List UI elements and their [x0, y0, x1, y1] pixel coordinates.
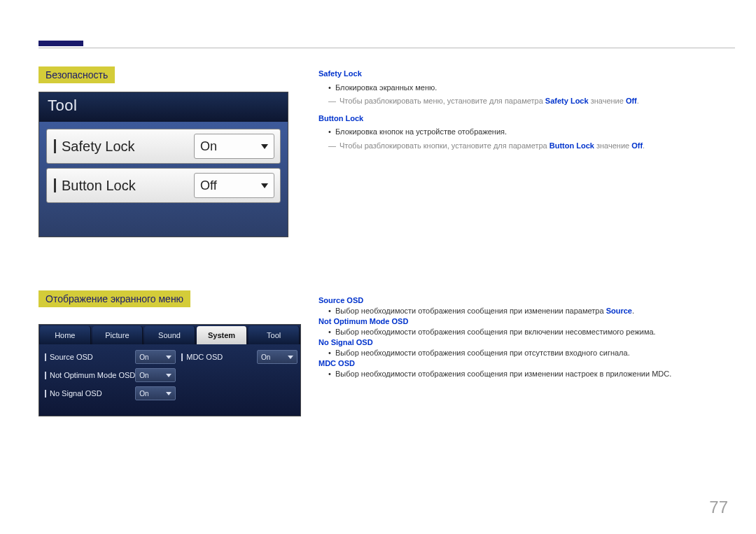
- emphasis: Safety Lock: [545, 97, 589, 105]
- chevron-down-icon: [166, 356, 172, 359]
- chevron-down-icon: [288, 356, 293, 359]
- bullet-text: Выбор необходимости отображения сообщени…: [318, 349, 735, 357]
- tool-row-safety-lock[interactable]: Safety Lock On: [46, 129, 281, 164]
- osd-tabs: Home Picture Sound System Tool: [39, 325, 300, 344]
- note-text: Чтобы разблокировать кнопки, установите …: [318, 140, 735, 152]
- chevron-down-icon: [166, 374, 172, 377]
- tab-home[interactable]: Home: [40, 326, 91, 344]
- section-osd-left: Отображение экранного меню Home Picture …: [38, 290, 301, 416]
- osd-value: On: [139, 372, 148, 379]
- section-security-desc: Safety Lock Блокировка экранных меню. Чт…: [318, 66, 735, 157]
- note-mid: значение: [594, 141, 631, 150]
- tool-value: On: [200, 139, 217, 154]
- osd-row-source[interactable]: Source OSD On: [42, 349, 176, 365]
- tool-value: Off: [200, 178, 217, 193]
- osd-label: Not Optimum Mode OSD: [42, 371, 135, 379]
- osd-value: On: [261, 353, 270, 361]
- emphasis: Button Lock: [550, 141, 594, 150]
- section-title-osd: Отображение экранного меню: [38, 290, 190, 307]
- bullet-text: Выбор необходимости отображения сообщени…: [318, 307, 735, 315]
- osd-dropdown[interactable]: On: [135, 368, 176, 382]
- note-pre: Чтобы разблокировать кнопки, установите …: [340, 141, 550, 150]
- section-security-left: Безопасность Tool Safety Lock On Button …: [38, 66, 301, 237]
- bullet-text: Блокировка кнопок на устройстве отображе…: [318, 126, 735, 138]
- osd-label: Source OSD: [42, 353, 135, 361]
- note-suf: .: [643, 141, 645, 150]
- osd-menu-screenshot: Home Picture Sound System Tool Source OS…: [38, 324, 301, 416]
- tab-picture[interactable]: Picture: [92, 326, 144, 344]
- osd-body: Source OSD On Not Optimum Mode OSD On No…: [39, 344, 300, 416]
- heading-notopt-osd: Not Optimum Mode OSD: [318, 317, 735, 325]
- osd-label: MDC OSD: [178, 353, 257, 361]
- tool-label: Button Lock: [47, 178, 194, 194]
- tool-label: Safety Lock: [47, 139, 194, 155]
- tab-sound[interactable]: Sound: [144, 326, 195, 344]
- tab-system[interactable]: System: [197, 326, 248, 344]
- note-pre: Чтобы разблокировать меню, установите дл…: [340, 97, 545, 105]
- tab-tool[interactable]: Tool: [248, 326, 300, 344]
- tool-menu-header: Tool: [39, 92, 288, 122]
- emphasis: Source: [606, 307, 632, 315]
- page-number: 77: [709, 498, 728, 517]
- note-text: Чтобы разблокировать меню, установите дл…: [318, 95, 735, 107]
- bullet-text: Выбор необходимости отображения сообщени…: [318, 370, 735, 378]
- osd-row-mdc[interactable]: MDC OSD On: [178, 349, 298, 365]
- bullet-text: Блокировка экранных меню.: [318, 82, 735, 94]
- header-rule: [38, 48, 735, 48]
- osd-col-left: Source OSD On Not Optimum Mode OSD On No…: [42, 349, 176, 403]
- chevron-down-icon: [166, 392, 172, 395]
- emphasis: Off: [631, 141, 643, 150]
- note-mid: значение: [589, 97, 626, 105]
- heading-nosignal-osd: No Signal OSD: [318, 338, 735, 346]
- section-osd-desc: Source OSD Выбор необходимости отображен…: [318, 295, 735, 380]
- osd-value: On: [139, 353, 148, 361]
- osd-dropdown[interactable]: On: [135, 350, 176, 364]
- osd-value: On: [139, 390, 148, 398]
- tool-dropdown[interactable]: Off: [194, 173, 274, 198]
- section-title-security: Безопасность: [38, 66, 115, 83]
- text: Выбор необходимости отображения сообщени…: [335, 307, 606, 315]
- text: .: [632, 307, 634, 315]
- tool-menu-screenshot: Tool Safety Lock On Button Lock Off: [38, 92, 288, 237]
- heading-mdc-osd: MDC OSD: [318, 359, 735, 367]
- tool-row-button-lock[interactable]: Button Lock Off: [46, 168, 281, 203]
- osd-row-notopt[interactable]: Not Optimum Mode OSD On: [42, 367, 176, 384]
- tool-menu-body: Safety Lock On Button Lock Off: [39, 122, 288, 237]
- heading-source-osd: Source OSD: [318, 296, 735, 304]
- chevron-down-icon: [261, 144, 268, 149]
- chevron-down-icon: [261, 183, 268, 188]
- heading-button-lock: Button Lock: [318, 113, 735, 125]
- osd-dropdown[interactable]: On: [135, 386, 176, 400]
- note-suf: .: [637, 97, 639, 105]
- osd-col-right: MDC OSD On: [178, 349, 298, 403]
- heading-safety-lock: Safety Lock: [318, 68, 735, 80]
- osd-label: No Signal OSD: [42, 389, 135, 398]
- osd-dropdown[interactable]: On: [257, 350, 298, 364]
- bullet-text: Выбор необходимости отображения сообщени…: [318, 328, 735, 336]
- osd-row-nosignal[interactable]: No Signal OSD On: [42, 385, 176, 402]
- tool-dropdown[interactable]: On: [194, 134, 274, 159]
- header-accent-bar: [38, 41, 83, 46]
- emphasis: Off: [626, 97, 637, 105]
